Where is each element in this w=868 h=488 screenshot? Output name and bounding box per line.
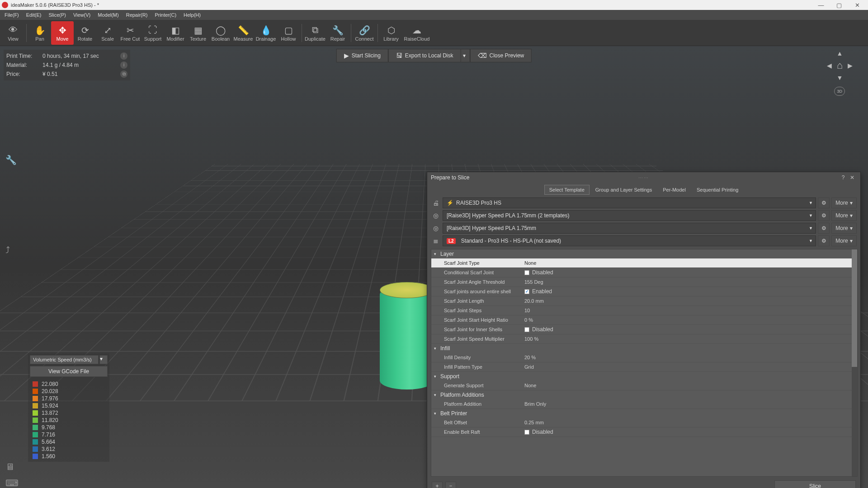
remove-setting-button[interactable]: － bbox=[445, 482, 456, 488]
row-scarf-steps[interactable]: Scarf Joint Steps10 bbox=[431, 306, 857, 315]
menu-slice[interactable]: Slice(P) bbox=[45, 11, 70, 19]
3d-viewport[interactable]: Print Time: 0 hours, 34 min, 17 sec i Ma… bbox=[0, 46, 868, 488]
row-scarf-angle[interactable]: Scarf Joint Angle Threshold155 Deg bbox=[431, 277, 857, 287]
printer-settings-button[interactable]: ⚙ bbox=[818, 197, 830, 208]
dialog-help-button[interactable]: ? bbox=[839, 174, 848, 181]
row-scarf-inner-shells[interactable]: Scarf Joint for Inner ShellsDisabled bbox=[431, 325, 857, 334]
row-enable-belt-raft[interactable]: Enable Belt RaftDisabled bbox=[431, 427, 857, 437]
info-icon[interactable]: i bbox=[120, 61, 127, 69]
info-icon[interactable]: i bbox=[120, 52, 127, 60]
tab-select-template[interactable]: Select Template bbox=[544, 185, 590, 195]
tool-freecut[interactable]: ✂Free Cut bbox=[119, 21, 142, 45]
tool-rotate[interactable]: ⟳Rotate bbox=[74, 21, 96, 45]
menu-edit[interactable]: Edit(E) bbox=[23, 11, 45, 19]
legend-mode-select[interactable]: Volumetric Speed (mm3/s) bbox=[30, 355, 99, 364]
slice-button[interactable]: Slice bbox=[774, 480, 856, 488]
minimize-button[interactable]: — bbox=[812, 2, 830, 9]
profile-select[interactable]: L2 Standard - Pro3 HS - HS-PLA (not save… bbox=[443, 235, 816, 246]
material-select[interactable]: [Raise3D] Hyper Speed PLA 1.75mm (2 temp… bbox=[443, 210, 816, 221]
row-conditional-scarf[interactable]: Conditional Scarf JointDisabled bbox=[431, 268, 857, 277]
tool-texture[interactable]: ▦Texture bbox=[187, 21, 209, 45]
device-icon[interactable]: 🖥 bbox=[5, 462, 16, 473]
menu-file[interactable]: File(F) bbox=[1, 11, 23, 19]
tool-pan[interactable]: ✋Pan bbox=[28, 21, 51, 45]
maximize-button[interactable]: ▢ bbox=[830, 2, 848, 9]
tool-repair[interactable]: 🔧Repair bbox=[326, 21, 349, 45]
drag-handle-icon[interactable]: ⋯⋯ bbox=[638, 175, 649, 180]
tab-group-and-layer-settings[interactable]: Group and Layer Settings bbox=[590, 185, 657, 195]
row-belt-offset[interactable]: Belt Offset0.25 mm bbox=[431, 418, 857, 427]
scrollbar-thumb[interactable] bbox=[852, 249, 857, 367]
row-scarf-around-shell[interactable]: Scarf joints around entire shell✓Enabled bbox=[431, 287, 857, 296]
row-scarf-joint-type[interactable]: Scarf Joint TypeNone bbox=[431, 258, 857, 268]
view-gcode-button[interactable]: View GCode File bbox=[30, 366, 108, 377]
row-infill-pattern[interactable]: Infill Pattern TypeGrid bbox=[431, 362, 857, 372]
group-belt[interactable]: ▾Belt Printer bbox=[431, 409, 857, 418]
tool-move[interactable]: ✥Move bbox=[51, 21, 74, 45]
nav-down-icon[interactable]: ▼ bbox=[835, 73, 844, 82]
menu-repair[interactable]: Repair(R) bbox=[123, 11, 151, 19]
group-infill[interactable]: ▾Infill bbox=[431, 344, 857, 353]
profile-settings-button[interactable]: ⚙ bbox=[818, 235, 830, 246]
nav-up-icon[interactable]: ▲ bbox=[835, 49, 844, 58]
scrollbar-track[interactable] bbox=[852, 249, 857, 476]
dialog-close-button[interactable]: ✕ bbox=[848, 174, 857, 181]
printer-more-button[interactable]: More▾ bbox=[831, 197, 857, 208]
material2-settings-button[interactable]: ⚙ bbox=[818, 223, 830, 234]
add-setting-button[interactable]: ＋ bbox=[432, 482, 443, 488]
tab-sequential-printing[interactable]: Sequential Printing bbox=[692, 185, 743, 195]
menu-model[interactable]: Model(M) bbox=[94, 11, 122, 19]
tool-hollow[interactable]: ▢Hollow bbox=[277, 21, 300, 45]
checkbox-icon[interactable] bbox=[524, 270, 529, 275]
group-support[interactable]: ▾Support bbox=[431, 372, 857, 381]
material-settings-button[interactable]: ⚙ bbox=[818, 210, 830, 221]
copy-icon[interactable]: ⧉ bbox=[120, 70, 127, 78]
profile-more-button[interactable]: More▾ bbox=[831, 235, 857, 246]
3d-toggle-icon[interactable]: 3D bbox=[834, 87, 845, 96]
tool-library[interactable]: ⬡Library bbox=[380, 21, 402, 45]
dialog-titlebar[interactable]: Prepare to Slice ⋯⋯ ? ✕ bbox=[427, 172, 860, 183]
menu-view[interactable]: View(V) bbox=[70, 11, 94, 19]
checkbox-icon[interactable] bbox=[524, 430, 529, 435]
row-scarf-length[interactable]: Scarf Joint Length20.0 mm bbox=[431, 296, 857, 306]
tool-drainage[interactable]: 💧Drainage bbox=[255, 21, 277, 45]
tool-raisecloud[interactable]: ☁RaiseCloud bbox=[402, 21, 431, 45]
upload-icon[interactable]: ⤴ bbox=[5, 245, 16, 256]
legend-dropdown-icon[interactable]: ▾ bbox=[99, 355, 108, 364]
checkbox-icon[interactable]: ✓ bbox=[524, 289, 529, 294]
material-more-button[interactable]: More▾ bbox=[831, 210, 857, 221]
keyboard-icon[interactable]: ⌨ bbox=[5, 478, 16, 488]
row-scarf-speed-mult[interactable]: Scarf Joint Speed Multiplier100 % bbox=[431, 334, 857, 344]
close-button[interactable]: ✕ bbox=[848, 2, 866, 9]
printer-select[interactable]: ⚡ RAISE3D Pro3 HS ▼ bbox=[443, 197, 816, 208]
row-generate-support[interactable]: Generate SupportNone bbox=[431, 381, 857, 390]
settings-tree[interactable]: ▾Layer Scarf Joint TypeNone Conditional … bbox=[431, 249, 858, 477]
group-layer[interactable]: ▾Layer bbox=[431, 249, 857, 258]
row-scarf-start-height[interactable]: Scarf Joint Start Height Ratio0 % bbox=[431, 315, 857, 325]
export-dropdown-button[interactable]: ▾ bbox=[461, 49, 470, 62]
close-preview-button[interactable]: ⌫ Close Preview bbox=[470, 49, 532, 62]
nav-left-icon[interactable]: ◀ bbox=[825, 61, 834, 70]
checkbox-icon[interactable] bbox=[524, 327, 529, 332]
row-platform-addition[interactable]: Platform AdditionBrim Only bbox=[431, 399, 857, 409]
material2-select[interactable]: [Raise3D] Hyper Speed PLA 1.75mm ▼ bbox=[443, 223, 816, 234]
tool-view[interactable]: 👁View bbox=[2, 21, 24, 45]
tool-modifier[interactable]: ◧Modifier bbox=[164, 21, 187, 45]
tool-duplicate[interactable]: ⧉Duplicate bbox=[304, 21, 326, 45]
tool-boolean[interactable]: ◯Boolean bbox=[209, 21, 232, 45]
material2-more-button[interactable]: More▾ bbox=[831, 223, 857, 234]
wrench-icon[interactable]: 🔧 bbox=[5, 155, 16, 165]
menu-help[interactable]: Help(H) bbox=[180, 11, 204, 19]
export-button[interactable]: 🖫 Export to Local Disk bbox=[388, 49, 461, 62]
menu-printer[interactable]: Printer(C) bbox=[151, 11, 180, 19]
tool-scale[interactable]: ⤢Scale bbox=[96, 21, 119, 45]
start-slicing-button[interactable]: ▶ Start Slicing bbox=[336, 49, 388, 62]
tab-per-model[interactable]: Per-Model bbox=[658, 185, 691, 195]
tool-connect[interactable]: 🔗Connect bbox=[353, 21, 376, 45]
nav-right-icon[interactable]: ▶ bbox=[845, 61, 854, 70]
row-infill-density[interactable]: Infill Density20 % bbox=[431, 353, 857, 362]
tool-measure[interactable]: 📏Measure bbox=[232, 21, 255, 45]
home-icon[interactable]: ⌂ bbox=[837, 60, 843, 71]
tool-support[interactable]: ⛶Support bbox=[142, 21, 164, 45]
group-platform[interactable]: ▾Platform Additions bbox=[431, 390, 857, 399]
